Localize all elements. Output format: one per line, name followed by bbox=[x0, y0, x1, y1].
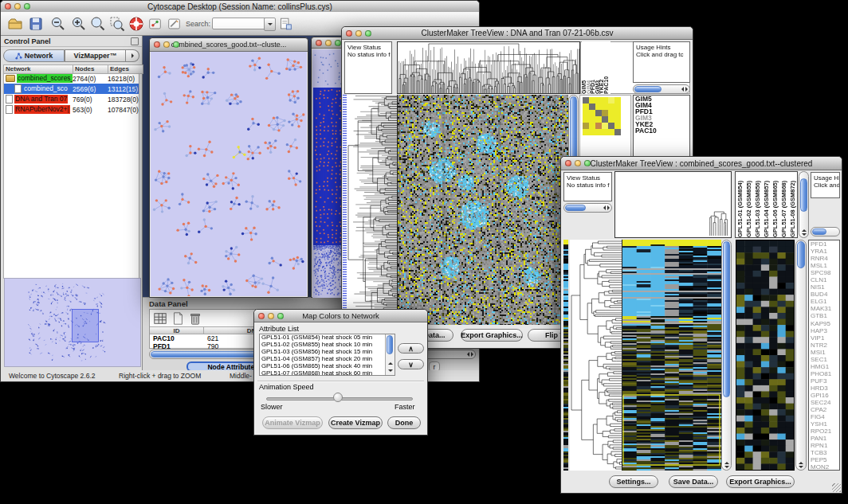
scrollbar-thumb[interactable] bbox=[387, 335, 393, 354]
open-folder-icon[interactable] bbox=[7, 16, 23, 32]
minimize-button[interactable] bbox=[163, 41, 170, 48]
zoom-button[interactable] bbox=[335, 40, 341, 46]
create-vizmap-button[interactable]: Create Vizmap bbox=[328, 416, 383, 429]
treeview1-titlebar[interactable]: ClusterMaker TreeView : DNA and Tran 07-… bbox=[342, 27, 693, 40]
attribute-list[interactable]: GPL51-01 (GSM854) heat shock 05 minGPL51… bbox=[259, 334, 395, 376]
vizmap-editor-icon[interactable] bbox=[167, 16, 181, 32]
column-label[interactable]: GPL51-06 (GSM865) bbox=[771, 172, 779, 237]
tv2-labels-vscrollbar[interactable] bbox=[799, 171, 809, 238]
column-label[interactable]: GPL51-07 (GSM868) bbox=[779, 172, 788, 237]
move-down-button[interactable]: ∨ bbox=[398, 359, 424, 369]
network-canvas[interactable] bbox=[151, 52, 307, 296]
tab-overflow-button[interactable] bbox=[126, 49, 139, 62]
zoom-selected-icon[interactable] bbox=[109, 16, 125, 32]
column-label[interactable]: PAC10 bbox=[604, 41, 609, 94]
scroll-left-icon[interactable] bbox=[681, 87, 684, 92]
network-row[interactable]: RNAPuberNov2+| 563(0) 107847(0) bbox=[4, 104, 139, 115]
gene-label[interactable]: RPN1 bbox=[809, 442, 839, 449]
minimize-button[interactable] bbox=[575, 160, 581, 166]
settings-button[interactable]: Settings... bbox=[609, 475, 658, 488]
zoom-button[interactable] bbox=[24, 3, 30, 10]
tab-network[interactable]: Network bbox=[3, 49, 65, 62]
zoom-button[interactable] bbox=[584, 160, 591, 166]
gene-label[interactable]: NTR2 bbox=[809, 342, 839, 349]
gene-label[interactable]: RPO21 bbox=[809, 428, 839, 435]
scrollbar-thumb[interactable] bbox=[797, 241, 805, 268]
col-network[interactable]: Network bbox=[3, 64, 73, 74]
scroll-left-icon[interactable] bbox=[603, 205, 606, 210]
gene-label[interactable]: KAP95 bbox=[809, 320, 839, 327]
tv2-row-dendrogram[interactable] bbox=[570, 240, 622, 471]
gene-label[interactable]: NIS1 bbox=[809, 283, 839, 291]
move-up-button[interactable]: ∧ bbox=[398, 343, 424, 354]
close-button[interactable] bbox=[565, 160, 571, 166]
gene-label[interactable]: GTB1 bbox=[809, 312, 839, 319]
minimize-button[interactable] bbox=[268, 313, 274, 319]
tv1-column-dendrogram[interactable] bbox=[397, 41, 580, 94]
zoom-fit-icon[interactable] bbox=[90, 16, 106, 32]
gene-label[interactable]: FIG4 bbox=[809, 413, 839, 420]
search-dropdown-button[interactable] bbox=[264, 18, 276, 31]
tv2-zoom-heatmap[interactable] bbox=[736, 240, 795, 471]
gene-label[interactable]: RNR4 bbox=[809, 255, 839, 262]
minimize-button[interactable] bbox=[14, 3, 21, 10]
column-label[interactable]: GPL51-01 (GSM854) bbox=[736, 172, 744, 237]
tv1-correlation-matrix[interactable] bbox=[583, 97, 621, 135]
scroll-left-icon[interactable] bbox=[467, 352, 469, 357]
save-icon[interactable] bbox=[28, 16, 44, 32]
minimize-button[interactable] bbox=[325, 40, 332, 46]
delete-attribute-icon[interactable] bbox=[188, 311, 202, 326]
search-input[interactable] bbox=[212, 18, 266, 29]
network-row[interactable]: combined_scores_ 2764(0) 16218(0) bbox=[4, 73, 139, 84]
animation-speed-slider[interactable] bbox=[333, 393, 343, 402]
gene-label[interactable]: PEP5 bbox=[809, 456, 839, 463]
scrollbar-thumb[interactable] bbox=[565, 205, 586, 211]
zoom-out-icon[interactable] bbox=[50, 16, 66, 32]
column-label[interactable]: GPL51-02 (GSM855) bbox=[744, 172, 753, 237]
tv2-heatmap[interactable] bbox=[622, 240, 721, 471]
scroll-down-icon[interactable] bbox=[799, 466, 803, 468]
scroll-up-icon[interactable] bbox=[799, 462, 803, 464]
gene-label[interactable]: SPC98 bbox=[809, 269, 839, 276]
tv2-status-hscrollbar[interactable] bbox=[563, 203, 612, 213]
tv1-hints-hscrollbar[interactable] bbox=[633, 84, 690, 94]
column-label[interactable]: GPL51-08 (GSM872) bbox=[788, 172, 797, 237]
scroll-down-icon[interactable] bbox=[724, 466, 729, 468]
minimize-button[interactable] bbox=[355, 30, 362, 37]
gene-label[interactable]: HMG1 bbox=[809, 363, 839, 370]
gene-label[interactable]: PFD1 bbox=[809, 240, 839, 248]
network-view-titlebar[interactable]: combined_scores_good.txt--cluste... bbox=[150, 38, 308, 52]
scroll-down-icon[interactable] bbox=[388, 369, 393, 372]
scrollbar-thumb[interactable] bbox=[634, 86, 662, 92]
zoom-in-icon[interactable] bbox=[71, 16, 87, 32]
attribute-list-vscrollbar[interactable] bbox=[385, 334, 395, 375]
col-nodes[interactable]: Nodes bbox=[73, 64, 108, 74]
tv2-column-dendrogram[interactable] bbox=[709, 210, 729, 236]
tv2-hints-hscrollbar[interactable] bbox=[811, 227, 840, 236]
gene-label[interactable]: CLN1 bbox=[809, 276, 839, 283]
export-graphics-button[interactable]: Export Graphics... bbox=[461, 329, 523, 342]
close-button[interactable] bbox=[346, 30, 352, 37]
resize-grip[interactable] bbox=[832, 483, 841, 492]
gene-label[interactable]: MSL1 bbox=[809, 262, 839, 269]
gene-label[interactable]: MON2 bbox=[809, 463, 839, 471]
gene-label[interactable]: HAP3 bbox=[809, 327, 839, 334]
scroll-up-icon[interactable] bbox=[802, 229, 807, 232]
new-attribute-icon[interactable] bbox=[171, 311, 185, 326]
scroll-up-icon[interactable] bbox=[724, 462, 729, 464]
close-button[interactable] bbox=[258, 313, 265, 319]
scrollbar-thumb[interactable] bbox=[812, 229, 826, 235]
animate-vizmap-button[interactable]: Animate Vizmap bbox=[262, 416, 323, 429]
scrollbar-thumb[interactable] bbox=[800, 178, 807, 212]
gene-label[interactable]: MSI1 bbox=[809, 349, 839, 356]
done-button[interactable]: Done bbox=[387, 416, 421, 429]
gene-label[interactable]: BUD4 bbox=[809, 291, 839, 298]
gene-label[interactable]: YSH1 bbox=[809, 420, 839, 428]
gene-label[interactable]: PAN1 bbox=[809, 435, 839, 442]
gene-label[interactable]: CPA2 bbox=[809, 406, 839, 413]
main-titlebar[interactable]: Cytoscape Desktop (Session Name: collins… bbox=[1, 1, 479, 13]
network-row[interactable]: DNA and Tran 07 769(0) 183728(0) bbox=[4, 94, 139, 104]
import-table-icon[interactable] bbox=[279, 16, 292, 32]
gene-label[interactable]: PHO81 bbox=[809, 370, 839, 377]
column-label[interactable]: GPL51-04 (GSM857) bbox=[762, 172, 771, 237]
